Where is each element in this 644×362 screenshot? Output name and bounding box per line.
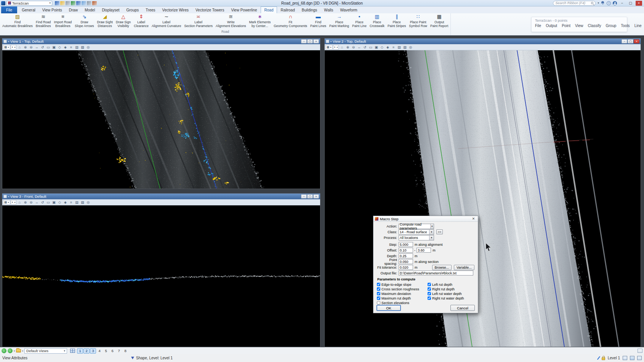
view-grid-icon[interactable] xyxy=(70,349,75,353)
view-list-icon[interactable]: ≡ xyxy=(68,200,74,205)
view-toggle-2[interactable]: 2 xyxy=(83,348,90,354)
tab-waveform[interactable]: Waveform xyxy=(336,6,360,13)
view-close-button[interactable]: × xyxy=(313,39,319,43)
action-select[interactable]: Compute road parameters▼ xyxy=(399,224,434,229)
minimize-button[interactable]: − xyxy=(619,1,625,6)
zoom-in-icon[interactable]: ⊕ xyxy=(22,200,28,205)
tool-import-road-breaklines[interactable]: ≡Import RoadBreaklines xyxy=(53,13,74,31)
home-view-icon[interactable]: ⌂ xyxy=(339,45,344,50)
tool-place-paint-symbol-row[interactable]: ∷Place PaintSymbol Row xyxy=(407,13,429,31)
back-button[interactable]: ‹ xyxy=(2,348,6,353)
terrascan-menu-output[interactable]: Output xyxy=(546,24,557,28)
tool-place-crosswalk[interactable]: ▥PlaceCrosswalk xyxy=(368,13,386,31)
display-style-combo[interactable]: ◐▾ xyxy=(333,45,339,50)
fit-tolerance-input[interactable]: 0.020 xyxy=(399,265,413,270)
clip-volume-icon[interactable]: ▧ xyxy=(80,45,85,50)
copy-view-icon[interactable]: ▤ xyxy=(396,45,402,50)
home-view-icon[interactable]: ⌂ xyxy=(17,45,22,50)
checkbox-edge-to-edge-slope[interactable]: Edge-to-edge slope xyxy=(376,282,427,287)
tool-label-section-parameters[interactable]: ≍LabelSection Parameters xyxy=(183,13,214,31)
tab-view-points[interactable]: View Points xyxy=(39,6,66,13)
checkbox-input[interactable] xyxy=(428,292,431,295)
point-spacing-input[interactable]: 0.050 xyxy=(399,259,413,264)
offset-max-input[interactable]: 3.60 xyxy=(417,248,431,253)
fit-view-icon[interactable]: ▭ xyxy=(45,200,51,205)
window-area-icon[interactable]: ▣ xyxy=(51,200,56,205)
view-next-icon[interactable]: ◈ xyxy=(385,45,390,50)
search-input[interactable]: Search Ribbon (F4) xyxy=(553,1,596,6)
selection-icon[interactable] xyxy=(623,356,627,360)
status-grid-icon[interactable] xyxy=(637,356,642,360)
view-menu-icon[interactable] xyxy=(3,195,7,198)
class-select[interactable]: 14 - Road surface▼ xyxy=(399,229,434,235)
help-icon[interactable]: ? xyxy=(607,1,611,5)
clip-volume-icon[interactable]: ▧ xyxy=(402,45,407,50)
tool-draw-sign-visibility[interactable]: △Draw SignVisibility xyxy=(114,13,132,31)
view-minimize-button[interactable]: − xyxy=(301,194,307,199)
tool-fit-geometry-components[interactable]: ∩FitGeometry Components xyxy=(272,13,309,31)
view-next-icon[interactable]: ◈ xyxy=(62,45,68,50)
user-account-icon[interactable] xyxy=(613,1,617,5)
tab-vectorize-wires[interactable]: Vectorize Wires xyxy=(159,6,192,13)
tool-label-alignment-curvature[interactable]: ∼LabelAlignment Curvature xyxy=(150,13,183,31)
forward-button[interactable]: › xyxy=(8,348,13,353)
terrascan-menu-classify[interactable]: Classify xyxy=(588,24,601,28)
view2-titlebar[interactable]: ▾ View 2 - Top, Default − ▢ × xyxy=(325,38,641,44)
view-toggle-8[interactable]: 8 xyxy=(122,348,128,354)
open-icon[interactable] xyxy=(60,1,65,5)
lock-icon[interactable] xyxy=(602,357,605,360)
view-previous-icon[interactable]: ◇ xyxy=(379,45,384,50)
tool-find-road-breaklines[interactable]: ≋Find RoadBreaklines xyxy=(34,13,53,31)
pan-icon[interactable]: ↔ xyxy=(34,45,39,50)
tab-groups[interactable]: Groups xyxy=(123,6,143,13)
fit-view-icon[interactable]: ▭ xyxy=(368,45,373,50)
camera-icon[interactable]: ◎ xyxy=(85,200,91,205)
view1-canvas[interactable] xyxy=(2,50,320,189)
checkbox-right-rut-water-depth[interactable]: Right rut water depth xyxy=(427,296,464,300)
camera-icon[interactable]: ◎ xyxy=(85,45,91,50)
step-input[interactable]: 5.000 xyxy=(399,242,413,247)
terrascan-menu-view[interactable]: View xyxy=(575,24,583,28)
view-toggle-1[interactable]: 1 xyxy=(77,348,83,354)
snap-mode-icon[interactable] xyxy=(630,356,634,360)
view-minimize-button[interactable]: − xyxy=(622,39,627,43)
view-toggle-3[interactable]: 3 xyxy=(90,348,96,354)
checkbox-input[interactable] xyxy=(377,283,380,286)
view-restore-button[interactable]: ▢ xyxy=(307,39,313,43)
output-file-input[interactable]: D:\Daten\Road\Parameters\#block.txt xyxy=(399,271,473,276)
tab-walls[interactable]: Walls xyxy=(320,6,336,13)
zoom-out-icon[interactable]: ⊖ xyxy=(28,45,34,50)
tab-general[interactable]: General xyxy=(18,6,39,13)
tab-vectorize-towers[interactable]: Vectorize Towers xyxy=(192,6,227,13)
undo-icon[interactable] xyxy=(76,1,81,5)
view-previous-icon[interactable]: ◇ xyxy=(57,200,62,205)
terrascan-menu-tools[interactable]: Tools xyxy=(621,24,630,28)
rotate-view-icon[interactable]: ↺ xyxy=(40,45,45,50)
close-button[interactable]: × xyxy=(636,1,642,6)
view3-canvas[interactable] xyxy=(2,205,320,347)
tool-output-paint-report[interactable]: ▦OutputPaint Report xyxy=(429,13,450,31)
view-attributes-combo[interactable]: ▦▾ xyxy=(325,45,333,50)
display-style-combo[interactable]: ◐▾ xyxy=(11,200,17,205)
fit-view-icon[interactable]: ▭ xyxy=(45,45,51,50)
clip-volume-icon[interactable]: ▧ xyxy=(80,200,85,205)
view-restore-button[interactable]: ▢ xyxy=(628,39,633,43)
depth-input[interactable]: 0.25 xyxy=(399,253,413,258)
terrascan-menu-group[interactable]: Group xyxy=(606,24,616,28)
tab-railroad[interactable]: Railroad xyxy=(277,6,298,13)
copy-view-icon[interactable]: ▤ xyxy=(74,200,79,205)
view-group-select[interactable]: Default Views ▾ xyxy=(24,348,67,354)
dialog-titlebar[interactable]: Macro Step ✕ xyxy=(373,216,478,222)
tools-icon[interactable] xyxy=(87,1,91,5)
checkbox-maximum-rut-depth[interactable]: Maximum rut depth xyxy=(376,296,427,300)
checkbox-input[interactable] xyxy=(377,287,380,291)
zoom-in-icon[interactable]: ⊕ xyxy=(22,45,28,50)
checkbox-cross-section-roughness[interactable]: Cross section roughness xyxy=(376,287,427,291)
window-list-icon[interactable] xyxy=(638,349,642,353)
pan-icon[interactable]: ↔ xyxy=(356,45,362,50)
checkbox-input[interactable] xyxy=(428,283,431,286)
home-view-icon[interactable]: ⌂ xyxy=(17,200,22,205)
checkbox-input[interactable] xyxy=(377,301,380,304)
checkbox-input[interactable] xyxy=(428,296,431,300)
variable-button[interactable]: Variable... xyxy=(454,265,474,270)
